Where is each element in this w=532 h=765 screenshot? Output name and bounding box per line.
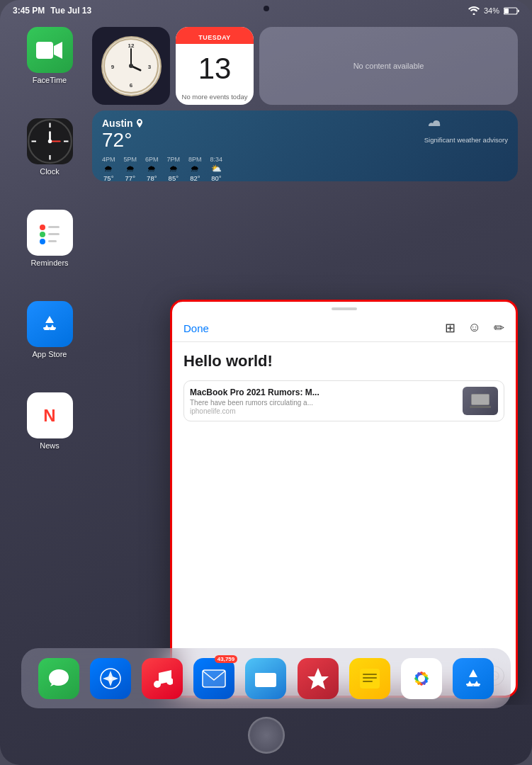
battery-icon xyxy=(504,7,519,15)
dock-files[interactable] xyxy=(245,658,286,699)
weather-advisory: Significant weather advisory xyxy=(424,136,508,144)
svg-rect-52 xyxy=(466,684,480,686)
dock-appstore[interactable] xyxy=(453,658,494,699)
calendar-events: No more events today xyxy=(176,93,254,105)
photo-widget[interactable]: No content available xyxy=(259,27,518,105)
note-grid-icon[interactable]: ⊞ xyxy=(445,320,455,336)
dock-mail[interactable]: 43,759 xyxy=(193,658,234,699)
dock-photos[interactable] xyxy=(401,658,442,699)
weather-hour-1: 4PM 🌧 75° xyxy=(102,156,115,182)
music-icon[interactable] xyxy=(142,658,183,699)
location-icon xyxy=(135,119,144,128)
dock-notes[interactable] xyxy=(349,658,390,699)
status-time: 3:45 PM xyxy=(13,6,45,16)
calendar-date: 13 xyxy=(176,44,254,93)
reminders-app[interactable]: Reminders xyxy=(14,210,85,267)
weather-right: Significant weather advisory xyxy=(424,118,508,144)
safari-icon[interactable] xyxy=(90,658,131,699)
weather-widget[interactable]: Austin 72° Significant weather xyxy=(92,110,518,181)
dock-spark[interactable] xyxy=(298,658,339,699)
svg-rect-1 xyxy=(504,8,509,13)
note-emoji-icon[interactable]: ☺ xyxy=(468,320,481,336)
screen: FaceTime xyxy=(0,20,532,705)
svg-text:3: 3 xyxy=(148,64,152,70)
weather-city: Austin xyxy=(102,118,144,129)
status-date: Tue Jul 13 xyxy=(50,6,91,16)
messages-icon[interactable] xyxy=(38,658,79,699)
dock-music[interactable] xyxy=(142,658,183,699)
note-done-button[interactable]: Done xyxy=(183,322,209,334)
news-app-icon[interactable]: N xyxy=(27,392,73,438)
news-app[interactable]: N News xyxy=(14,392,85,450)
apps-column: FaceTime xyxy=(14,27,85,450)
note-toolbar: Done ⊞ ☺ ✏ xyxy=(172,313,516,342)
note-content[interactable]: Hello world! MacBook Pro 2021 Rumors: M.… xyxy=(172,342,516,696)
mail-icon[interactable] xyxy=(193,658,234,699)
svg-rect-14 xyxy=(48,226,60,228)
weather-hour-5: 8PM 🌧 82° xyxy=(188,156,202,182)
svg-point-34 xyxy=(109,677,112,680)
note-link-preview[interactable]: MacBook Pro 2021 Rumors: M... There have… xyxy=(183,380,504,421)
weather-forecast: 4PM 🌧 75° 5PM 🌧 77° 6PM 🌧 78° xyxy=(102,156,508,182)
reminders-svg xyxy=(37,220,62,246)
note-drag-handle xyxy=(332,307,357,310)
svg-rect-16 xyxy=(48,233,60,235)
files-icon[interactable] xyxy=(245,658,286,699)
note-link-title: MacBook Pro 2021 Rumors: M... xyxy=(190,387,455,397)
weather-hour-4: 7PM 🌧 85° xyxy=(167,156,181,182)
svg-rect-2 xyxy=(36,42,53,59)
svg-rect-44 xyxy=(363,681,373,682)
mail-badge: 43,759 xyxy=(215,655,237,663)
svg-point-51 xyxy=(418,675,425,682)
note-title: Hello world! xyxy=(183,352,504,370)
note-toolbar-icons: ⊞ ☺ ✏ xyxy=(445,320,504,336)
svg-text:12: 12 xyxy=(128,42,135,49)
photos-icon[interactable] xyxy=(401,658,442,699)
reminders-label: Reminders xyxy=(30,259,68,267)
clock-app-icon[interactable] xyxy=(27,118,73,164)
weather-hour-3: 6PM 🌧 78° xyxy=(145,156,159,182)
clock-app[interactable]: Clock xyxy=(14,118,85,176)
appstore-svg xyxy=(37,312,62,337)
svg-text:6: 6 xyxy=(130,82,133,89)
dock: 43,759 xyxy=(21,648,511,708)
svg-point-27 xyxy=(129,64,133,68)
appstore-app-icon[interactable] xyxy=(27,301,73,347)
clock-widget-svg: 12 3 6 9 xyxy=(103,38,159,94)
spark-icon[interactable] xyxy=(298,658,339,699)
note-link-text: MacBook Pro 2021 Rumors: M... There have… xyxy=(190,387,455,415)
appstore-app[interactable]: App Store xyxy=(14,301,85,358)
news-label: News xyxy=(40,441,60,450)
reminders-icon[interactable] xyxy=(27,210,73,256)
appstore-dock-icon[interactable] xyxy=(453,658,494,699)
svg-point-12 xyxy=(47,140,51,143)
dock-safari[interactable] xyxy=(90,658,131,699)
clock-widget[interactable]: 12 3 6 9 xyxy=(92,27,170,105)
battery-level: 34% xyxy=(484,6,499,15)
note-edit-icon[interactable]: ✏ xyxy=(494,320,504,336)
dock-messages[interactable] xyxy=(38,658,79,699)
svg-rect-19 xyxy=(43,327,56,329)
front-camera xyxy=(264,6,269,11)
weather-left: Austin 72° xyxy=(102,118,144,152)
calendar-header: TUESDAY xyxy=(176,27,254,44)
status-indicators: 34% xyxy=(468,6,519,15)
macbook-thumbnail xyxy=(470,394,491,408)
wifi-icon xyxy=(468,6,480,15)
calendar-widget[interactable]: TUESDAY 13 No more events today xyxy=(176,27,254,105)
svg-marker-3 xyxy=(54,42,62,59)
ipad-frame: 3:45 PM Tue Jul 13 34% xyxy=(0,0,532,765)
clock-face: 12 3 6 9 xyxy=(101,36,162,96)
note-link-domain: iphonelife.com xyxy=(190,407,455,415)
note-overlay[interactable]: Done ⊞ ☺ ✏ Hello world! MacBook Pro 2021… xyxy=(170,300,518,698)
cloud-icon xyxy=(424,118,444,133)
weather-temp: 72° xyxy=(102,129,144,152)
widgets-area: 12 3 6 9 xyxy=(92,27,518,181)
weather-top: Austin 72° Significant weather xyxy=(102,118,508,152)
facetime-app[interactable]: FaceTime xyxy=(14,27,85,84)
home-button[interactable] xyxy=(248,717,285,754)
facetime-icon[interactable] xyxy=(27,27,73,73)
weather-widget-inner[interactable]: Austin 72° Significant weather xyxy=(92,110,518,181)
facetime-label: FaceTime xyxy=(33,76,67,84)
notes-icon[interactable] xyxy=(349,658,390,699)
